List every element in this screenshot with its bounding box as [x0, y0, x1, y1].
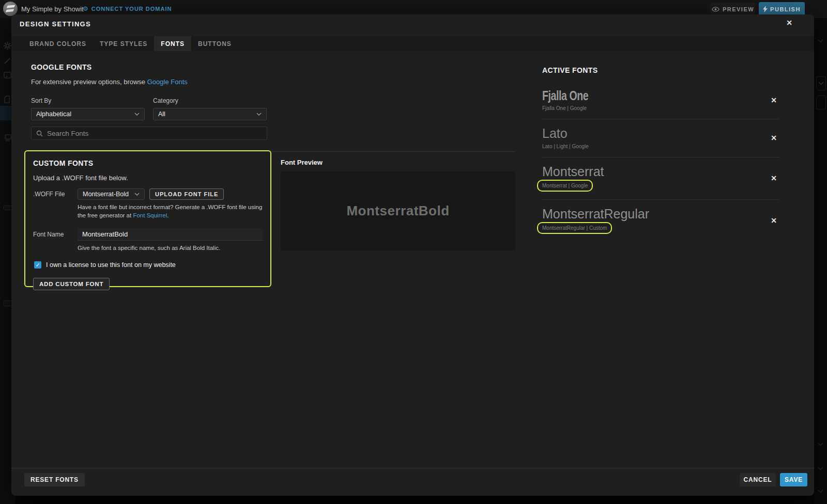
font-squirrel-link[interactable]: Font Squirrel	[133, 212, 167, 218]
eye-icon	[712, 7, 719, 12]
close-icon[interactable]: ✕	[786, 19, 792, 27]
publish-label: PUBLISH	[770, 6, 801, 12]
divider	[11, 468, 814, 468]
chevron-down-icon	[134, 193, 140, 196]
font-preview-label: Font Preview	[281, 159, 515, 166]
search-input[interactable]	[47, 130, 262, 137]
keyboard-icon[interactable]	[4, 203, 12, 212]
chevron-down-icon	[256, 113, 262, 116]
publish-button[interactable]: PUBLISH	[759, 2, 805, 16]
active-font-row: Fjalla One Fjalla One | Google ✕	[542, 82, 779, 119]
font-name-label: Font Name	[33, 231, 78, 238]
active-fonts-heading: ACTIVE FONTS	[542, 66, 779, 74]
custom-fonts-heading: CUSTOM FONTS	[33, 159, 263, 167]
preview-label: PREVIEW	[723, 6, 754, 12]
active-font-row: MontserratRegular MontserratRegular | Cu…	[542, 200, 779, 242]
font-preview-section: Font Preview MontserratBold	[281, 159, 515, 250]
panel-control[interactable]	[816, 96, 826, 109]
remove-font-icon[interactable]: ✕	[771, 216, 777, 225]
category-field: Category All	[153, 97, 267, 120]
category-select[interactable]: All	[153, 108, 267, 120]
sort-by-label: Sort By	[31, 97, 145, 104]
google-fonts-section: GOOGLE FONTS For extensive preview optio…	[31, 63, 267, 140]
helper-suffix: .	[167, 212, 169, 218]
active-font-meta-highlighted: MontserratRegular | Custom	[537, 222, 612, 234]
tab-fonts[interactable]: FONTS	[154, 36, 191, 51]
woff-file-select[interactable]: Montserrat-Bold	[78, 188, 145, 200]
license-checkbox[interactable]: ✓	[34, 261, 41, 269]
font-search-box	[31, 127, 267, 140]
right-properties-panel	[814, 18, 827, 504]
sort-by-field: Sort By Alphabetical	[31, 97, 145, 120]
tab-buttons[interactable]: BUTTONS	[191, 36, 238, 51]
custom-fonts-section: CUSTOM FONTS Upload a .WOFF font file be…	[24, 150, 271, 287]
font-name-input[interactable]	[78, 228, 263, 241]
connect-domain-label: CONNECT YOUR DOMAIN	[91, 6, 172, 12]
remove-font-icon[interactable]: ✕	[771, 174, 777, 182]
settings-tabbar: BRAND COLORS TYPE STYLES FONTS BUTTONS	[11, 36, 814, 51]
page-icon[interactable]	[4, 96, 10, 105]
google-fonts-heading: GOOGLE FONTS	[31, 63, 267, 71]
keyboard-icon[interactable]	[4, 299, 12, 308]
lightning-icon	[763, 6, 768, 12]
active-font-meta: Lato | Light | Google	[542, 144, 589, 149]
chevron-down-icon	[134, 113, 140, 116]
check-icon: ✓	[35, 262, 40, 268]
cancel-button[interactable]: CANCEL	[740, 473, 776, 486]
chevron-down-icon[interactable]	[818, 439, 823, 448]
active-font-name: MontserratRegular	[542, 207, 649, 220]
chevron-down-icon[interactable]	[818, 486, 823, 495]
active-font-name: Montserrat	[542, 165, 604, 178]
upload-font-file-button[interactable]: UPLOAD FONT FILE	[149, 188, 224, 200]
category-label: Category	[153, 97, 267, 104]
sort-by-value: Alphabetical	[36, 111, 71, 118]
helper-text: Have a font file but incorrect format? G…	[78, 204, 262, 218]
active-font-row: Montserrat Montserrat | Google ✕	[542, 158, 779, 200]
font-name-helper: Give the font a specific name, such as A…	[78, 244, 271, 252]
design-settings-modal: DESIGN SETTINGS ✕ BRAND COLORS TYPE STYL…	[11, 14, 814, 496]
active-font-meta: Fjalla One | Google	[542, 105, 601, 111]
search-icon	[36, 130, 43, 137]
woff-file-label: .WOFF File	[33, 191, 78, 198]
logo-bar	[7, 5, 16, 8]
tab-type-styles[interactable]: TYPE STYLES	[93, 36, 154, 51]
woff-helper-text: Have a font file but incorrect format? G…	[78, 203, 271, 219]
license-label: I own a license to use this font on my w…	[46, 261, 176, 269]
list-icon[interactable]	[4, 134, 11, 144]
remove-font-icon[interactable]: ✕	[771, 134, 777, 142]
remove-font-icon[interactable]: ✕	[771, 96, 777, 104]
panel-control[interactable]	[816, 76, 826, 90]
font-preview-box: MontserratBold	[281, 171, 515, 250]
logo-bar	[6, 9, 14, 12]
category-value: All	[158, 111, 165, 118]
pencil-icon[interactable]	[4, 57, 11, 67]
woff-file-value: Montserrat-Bold	[83, 191, 129, 198]
chevron-down-icon[interactable]	[818, 36, 823, 45]
tab-brand-colors[interactable]: BRAND COLORS	[23, 36, 93, 51]
active-font-name: Lato	[542, 127, 589, 140]
showit-logo-icon[interactable]	[3, 2, 18, 16]
chevron-down-icon[interactable]	[818, 463, 823, 472]
gear-icon: ⚙	[83, 6, 89, 12]
google-fonts-description: For extensive preview options, browse Go…	[31, 78, 267, 86]
save-button[interactable]: SAVE	[780, 473, 807, 486]
google-fonts-link[interactable]: Google Fonts	[147, 78, 188, 86]
description-text: For extensive preview options, browse	[31, 78, 145, 86]
active-font-row: Lato Lato | Light | Google ✕	[542, 119, 779, 157]
preview-button[interactable]: PREVIEW	[711, 3, 755, 15]
site-title: My Simple by Showit	[21, 5, 84, 13]
active-font-meta-highlighted: Montserrat | Google	[537, 180, 593, 192]
active-fonts-section: ACTIVE FONTS Fjalla One Fjalla One | Goo…	[542, 66, 779, 242]
font-preview-text: MontserratBold	[346, 203, 449, 219]
gear-icon[interactable]	[4, 42, 11, 52]
custom-fonts-instruction: Upload a .WOFF font file below.	[33, 174, 263, 182]
active-font-name: Fjalla One	[542, 89, 588, 102]
add-custom-font-button[interactable]: ADD CUSTOM FONT	[33, 278, 110, 290]
reset-fonts-button[interactable]: RESET FONTS	[24, 473, 85, 486]
modal-title: DESIGN SETTINGS	[20, 20, 91, 28]
license-checkbox-row[interactable]: ✓ I own a license to use this font on my…	[33, 261, 263, 269]
sort-by-select[interactable]: Alphabetical	[31, 108, 145, 120]
connect-domain-link[interactable]: ⚙ CONNECT YOUR DOMAIN	[83, 6, 172, 12]
canvas-icon[interactable]	[4, 71, 11, 81]
